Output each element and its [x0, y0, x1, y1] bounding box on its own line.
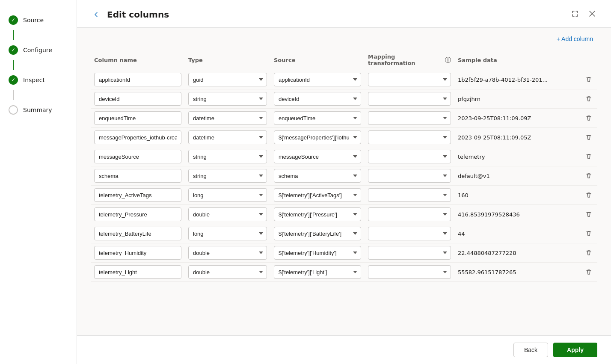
delete-button-6[interactable] — [584, 190, 594, 200]
delete-button-2[interactable] — [584, 113, 594, 123]
select-source-9[interactable]: $['telemetry']['Humidity'] — [274, 246, 361, 260]
input-column-name-2[interactable] — [94, 111, 181, 125]
col-header-source: Source — [270, 53, 365, 66]
input-column-name-0[interactable] — [94, 73, 181, 86]
select-type-0[interactable]: guidstringdatetimelongdoubleintbooleanfl… — [188, 73, 267, 86]
back-navigation-button[interactable] — [91, 9, 102, 20]
table-row: guidstringdatetimelongdoubleintbooleanfl… — [91, 186, 597, 205]
select-type-8[interactable]: guidstringdatetimelongdoubleintbooleanfl… — [188, 227, 267, 240]
input-column-name-1[interactable] — [94, 92, 181, 106]
select-type-7[interactable]: guidstringdatetimelongdoubleintbooleanfl… — [188, 207, 267, 221]
add-column-button[interactable]: + Add column — [552, 33, 597, 45]
select-mapping-6[interactable]: NoneCustom — [368, 188, 451, 202]
select-type-1[interactable]: guidstringdatetimelongdoubleintbooleanfl… — [188, 92, 267, 106]
select-type-2[interactable]: guidstringdatetimelongdoubleintbooleanfl… — [188, 111, 267, 125]
select-mapping-5[interactable]: NoneCustom — [368, 169, 451, 183]
delete-button-4[interactable] — [584, 151, 594, 162]
select-source-4[interactable]: messageSource — [274, 150, 361, 163]
delete-button-1[interactable] — [584, 94, 594, 104]
col-header-actions — [580, 53, 597, 66]
sample-data-8: 44 — [454, 231, 580, 237]
select-source-10[interactable]: $['telemetry']['Light'] — [274, 265, 361, 279]
table-row: guidstringdatetimelongdoubleintbooleanfl… — [91, 205, 597, 224]
connector-source-configure — [13, 30, 14, 40]
delete-button-9[interactable] — [584, 248, 594, 258]
cell-column-name-8 — [91, 227, 185, 240]
input-column-name-8[interactable] — [94, 227, 181, 240]
cell-type-9: guidstringdatetimelongdoubleintbooleanfl… — [185, 246, 270, 260]
input-column-name-9[interactable] — [94, 246, 181, 260]
sidebar-item-summary[interactable]: Summary — [0, 100, 77, 120]
sample-data-3: 2023-09-25T08:11:09.05Z — [454, 134, 580, 141]
select-mapping-9[interactable]: NoneCustom — [368, 246, 451, 260]
input-column-name-7[interactable] — [94, 207, 181, 221]
cell-type-1: guidstringdatetimelongdoubleintbooleanfl… — [185, 92, 270, 106]
cell-delete-1 — [580, 94, 597, 104]
select-type-4[interactable]: guidstringdatetimelongdoubleintbooleanfl… — [188, 150, 267, 163]
mapping-info-icon[interactable]: i — [445, 57, 451, 63]
cell-mapping-9: NoneCustom — [365, 246, 454, 260]
cell-type-7: guidstringdatetimelongdoubleintbooleanfl… — [185, 207, 270, 221]
select-source-7[interactable]: $['telemetry']['Pressure'] — [274, 207, 361, 221]
cell-mapping-5: NoneCustom — [365, 169, 454, 183]
sidebar-item-inspect[interactable]: ✓ Inspect — [0, 70, 77, 90]
input-column-name-4[interactable] — [94, 150, 181, 163]
select-source-8[interactable]: $['telemetry']['BatteryLife'] — [274, 227, 361, 240]
expand-button[interactable] — [570, 9, 580, 21]
select-type-3[interactable]: guidstringdatetimelongdoubleintbooleanfl… — [188, 130, 267, 144]
select-mapping-4[interactable]: NoneCustom — [368, 150, 451, 163]
input-column-name-6[interactable] — [94, 188, 181, 202]
input-column-name-10[interactable] — [94, 265, 181, 279]
select-source-6[interactable]: $['telemetry']['ActiveTags'] — [274, 188, 361, 202]
table-container[interactable]: Column name Type Source Mapping transfor… — [77, 50, 611, 335]
delete-button-0[interactable] — [584, 74, 594, 85]
cell-column-name-3 — [91, 130, 185, 144]
select-source-3[interactable]: $['messageProperties']['iothu — [274, 130, 361, 144]
cell-type-2: guidstringdatetimelongdoubleintbooleanfl… — [185, 111, 270, 125]
select-mapping-1[interactable]: NoneCustom — [368, 92, 451, 106]
input-column-name-5[interactable] — [94, 169, 181, 183]
close-button[interactable] — [587, 9, 597, 21]
select-mapping-7[interactable]: NoneCustom — [368, 207, 451, 221]
cell-column-name-0 — [91, 73, 185, 86]
sidebar: ✓ Source ✓ Configure ✓ Inspect Summary — [0, 0, 77, 364]
select-source-2[interactable]: enqueuedTime — [274, 111, 361, 125]
select-type-10[interactable]: guidstringdatetimelongdoubleintbooleanfl… — [188, 265, 267, 279]
table-rows: guidstringdatetimelongdoubleintbooleanfl… — [91, 70, 597, 282]
connector-configure-inspect — [13, 60, 14, 70]
select-mapping-8[interactable]: NoneCustom — [368, 227, 451, 240]
select-type-9[interactable]: guidstringdatetimelongdoubleintbooleanfl… — [188, 246, 267, 260]
cell-delete-3 — [580, 132, 597, 142]
select-type-5[interactable]: guidstringdatetimelongdoubleintbooleanfl… — [188, 169, 267, 183]
cell-type-5: guidstringdatetimelongdoubleintbooleanfl… — [185, 169, 270, 183]
input-column-name-3[interactable] — [94, 130, 181, 144]
sidebar-label-inspect: Inspect — [23, 77, 45, 83]
cell-mapping-2: NoneCustom — [365, 111, 454, 125]
select-source-5[interactable]: schema — [274, 169, 361, 183]
delete-button-8[interactable] — [584, 228, 594, 239]
cell-delete-6 — [580, 190, 597, 200]
back-button[interactable]: Back — [513, 343, 548, 357]
col-header-column-name: Column name — [91, 53, 185, 66]
delete-button-3[interactable] — [584, 132, 594, 142]
select-source-0[interactable]: applicationId — [274, 73, 361, 86]
cell-mapping-10: NoneCustom — [365, 265, 454, 279]
sidebar-item-source[interactable]: ✓ Source — [0, 10, 77, 30]
cell-delete-2 — [580, 113, 597, 123]
cell-column-name-10 — [91, 265, 185, 279]
delete-button-7[interactable] — [584, 209, 594, 219]
select-mapping-2[interactable]: NoneCustom — [368, 111, 451, 125]
sidebar-item-configure[interactable]: ✓ Configure — [0, 40, 77, 60]
select-mapping-0[interactable]: NoneCustom — [368, 73, 451, 86]
select-mapping-3[interactable]: NoneCustom — [368, 130, 451, 144]
select-mapping-10[interactable]: NoneCustom — [368, 265, 451, 279]
delete-button-10[interactable] — [584, 267, 594, 277]
col-header-sample-data: Sample data — [454, 53, 580, 66]
select-type-6[interactable]: guidstringdatetimelongdoubleintbooleanfl… — [188, 188, 267, 202]
sample-data-4: telemetry — [454, 154, 580, 160]
select-source-1[interactable]: deviceId — [274, 92, 361, 106]
apply-button[interactable]: Apply — [553, 343, 597, 357]
cell-column-name-9 — [91, 246, 185, 260]
table-row: guidstringdatetimelongdoubleintbooleanfl… — [91, 166, 597, 186]
delete-button-5[interactable] — [584, 171, 594, 181]
